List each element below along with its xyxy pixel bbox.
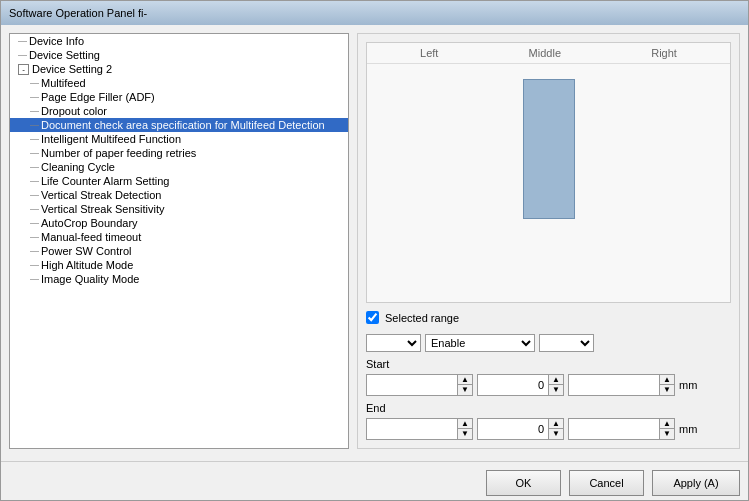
tree-label-dropout-color: Dropout color <box>41 105 107 117</box>
tree-connector-device-info: — <box>18 36 27 46</box>
tree-connector-dropout-color: — <box>30 106 39 116</box>
dropdown-middle[interactable]: Enable Disable <box>425 334 535 352</box>
tree-connector-manual-feed: — <box>30 232 39 242</box>
start-down-mid[interactable]: ▼ <box>549 385 563 395</box>
tree-item-power-sw[interactable]: —Power SW Control <box>10 244 348 258</box>
start-down-right[interactable]: ▼ <box>660 385 674 395</box>
tree-item-intelligent-multifeed[interactable]: —Intelligent Multifeed Function <box>10 132 348 146</box>
tree-label-device-setting: Device Setting <box>29 49 100 61</box>
controls-area: Selected range Enable Disable Start <box>366 311 731 440</box>
end-down-right[interactable]: ▼ <box>660 429 674 439</box>
tree-connector-vertical-streak: — <box>30 190 39 200</box>
tree-label-manual-feed: Manual-feed timeout <box>41 231 141 243</box>
tree-label-vertical-streak-sens: Vertical Streak Sensitivity <box>41 203 165 215</box>
tree-item-vertical-streak-sens[interactable]: —Vertical Streak Sensitivity <box>10 202 348 216</box>
start-spinbox-buttons-right: ▲ ▼ <box>659 375 674 395</box>
tree-label-device-info: Device Info <box>29 35 84 47</box>
start-group: Start ▲ ▼ ▲ <box>366 358 731 396</box>
end-spinbox-buttons-left: ▲ ▼ <box>457 419 472 439</box>
tree-connector-intelligent-multifeed: — <box>30 134 39 144</box>
tree-panel: —Device Info—Device Setting-Device Setti… <box>9 33 349 449</box>
tree-label-paper-feeding: Number of paper feeding retries <box>41 147 196 159</box>
tree-connector-device-setting: — <box>18 50 27 60</box>
tree-connector-power-sw: — <box>30 246 39 256</box>
start-input-right[interactable] <box>569 378 659 392</box>
tree-connector-autocrop: — <box>30 218 39 228</box>
tree-connector-multifeed: — <box>30 78 39 88</box>
end-down-left[interactable]: ▼ <box>458 429 472 439</box>
tree-item-device-setting-2[interactable]: -Device Setting 2 <box>10 62 348 76</box>
end-spinbox-row: ▲ ▼ ▲ ▼ <box>366 418 731 440</box>
tree-item-autocrop[interactable]: —AutoCrop Boundary <box>10 216 348 230</box>
right-label: Right <box>651 47 677 59</box>
end-spinbox-buttons-right: ▲ ▼ <box>659 419 674 439</box>
left-label: Left <box>420 47 438 59</box>
tree-label-life-counter: Life Counter Alarm Setting <box>41 175 169 187</box>
end-input-left[interactable] <box>367 422 457 436</box>
tree-label-page-edge-filler: Page Edge Filler (ADF) <box>41 91 155 103</box>
end-unit: mm <box>679 423 697 435</box>
end-spinbox-left: ▲ ▼ <box>366 418 473 440</box>
selected-range-row: Selected range <box>366 311 731 324</box>
tree-item-doc-check-area[interactable]: —Document check area specification for M… <box>10 118 348 132</box>
tree-label-device-setting-2: Device Setting 2 <box>32 63 112 75</box>
tree-label-vertical-streak: Vertical Streak Detection <box>41 189 161 201</box>
start-spinbox-right: ▲ ▼ <box>568 374 675 396</box>
preview-area: Left Middle Right <box>366 42 731 303</box>
end-up-left[interactable]: ▲ <box>458 419 472 429</box>
content-area: —Device Info—Device Setting-Device Setti… <box>1 25 748 457</box>
right-panel: Left Middle Right Selected range <box>357 33 740 449</box>
dropdown-right[interactable] <box>539 334 594 352</box>
end-up-right[interactable]: ▲ <box>660 419 674 429</box>
start-down-left[interactable]: ▼ <box>458 385 472 395</box>
tree-connector-vertical-streak-sens: — <box>30 204 39 214</box>
tree-label-multifeed: Multifeed <box>41 77 86 89</box>
ok-button[interactable]: OK <box>486 470 561 496</box>
tree-connector-cleaning-cycle: — <box>30 162 39 172</box>
start-input-mid[interactable] <box>478 378 548 392</box>
tree-item-dropout-color[interactable]: —Dropout color <box>10 104 348 118</box>
tree-label-high-altitude: High Altitude Mode <box>41 259 133 271</box>
preview-rectangle <box>523 79 575 219</box>
end-down-mid[interactable]: ▼ <box>549 429 563 439</box>
selected-range-label: Selected range <box>385 312 459 324</box>
end-group: End ▲ ▼ ▲ ▼ <box>366 402 731 440</box>
tree-connector-life-counter: — <box>30 176 39 186</box>
start-spinbox-left: ▲ ▼ <box>366 374 473 396</box>
start-up-right[interactable]: ▲ <box>660 375 674 385</box>
end-input-mid[interactable] <box>478 422 548 436</box>
start-label: Start <box>366 358 731 370</box>
dropdown-left[interactable] <box>366 334 421 352</box>
tree-item-device-setting[interactable]: —Device Setting <box>10 48 348 62</box>
dropdown-row: Enable Disable <box>366 334 731 352</box>
start-unit: mm <box>679 379 697 391</box>
tree-item-life-counter[interactable]: —Life Counter Alarm Setting <box>10 174 348 188</box>
tree-item-vertical-streak[interactable]: —Vertical Streak Detection <box>10 188 348 202</box>
end-spinbox-mid: ▲ ▼ <box>477 418 564 440</box>
end-spinbox-right: ▲ ▼ <box>568 418 675 440</box>
tree-label-doc-check-area: Document check area specification for Mu… <box>41 119 325 131</box>
start-spinbox-row: ▲ ▼ ▲ ▼ <box>366 374 731 396</box>
tree-item-multifeed[interactable]: —Multifeed <box>10 76 348 90</box>
end-up-mid[interactable]: ▲ <box>549 419 563 429</box>
tree-item-cleaning-cycle[interactable]: —Cleaning Cycle <box>10 160 348 174</box>
start-input-left[interactable] <box>367 378 457 392</box>
selected-range-checkbox[interactable] <box>366 311 379 324</box>
tree-item-device-info[interactable]: —Device Info <box>10 34 348 48</box>
end-input-right[interactable] <box>569 422 659 436</box>
preview-body <box>367 64 730 302</box>
button-row: OK Cancel Apply (A) <box>1 461 748 500</box>
tree-item-page-edge-filler[interactable]: —Page Edge Filler (ADF) <box>10 90 348 104</box>
tree-label-cleaning-cycle: Cleaning Cycle <box>41 161 115 173</box>
start-spinbox-buttons-mid: ▲ ▼ <box>548 375 563 395</box>
tree-item-image-quality[interactable]: —Image Quality Mode <box>10 272 348 286</box>
start-up-mid[interactable]: ▲ <box>549 375 563 385</box>
tree-item-manual-feed[interactable]: —Manual-feed timeout <box>10 230 348 244</box>
tree-item-paper-feeding[interactable]: —Number of paper feeding retries <box>10 146 348 160</box>
start-up-left[interactable]: ▲ <box>458 375 472 385</box>
cancel-button[interactable]: Cancel <box>569 470 644 496</box>
tree-item-high-altitude[interactable]: —High Altitude Mode <box>10 258 348 272</box>
apply-button[interactable]: Apply (A) <box>652 470 740 496</box>
tree-expand-device-setting-2[interactable]: - <box>18 64 29 75</box>
middle-label: Middle <box>529 47 561 59</box>
